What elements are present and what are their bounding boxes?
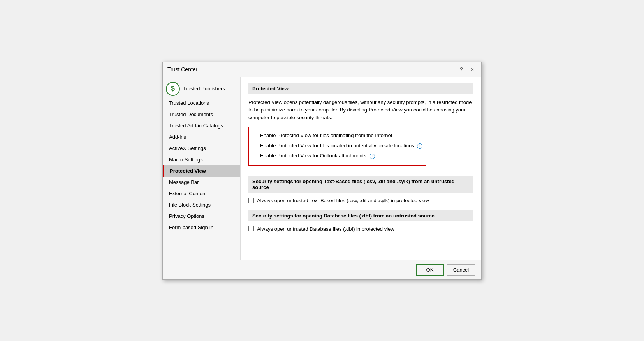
close-button[interactable]: × (468, 65, 477, 74)
title-bar-right: ? × (457, 65, 477, 74)
sidebar-item-trusted-add-in-catalogs[interactable]: Trusted Add-in Catalogs (163, 120, 240, 131)
sidebar-label-activex-settings: ActiveX Settings (169, 145, 206, 151)
sidebar-item-external-content[interactable]: External Content (163, 188, 240, 199)
sidebar-label-trusted-add-in-catalogs: Trusted Add-in Catalogs (169, 123, 223, 129)
sidebar-label-message-bar: Message Bar (169, 179, 199, 185)
info-icon-unsafe-locations[interactable]: i (417, 143, 422, 149)
sidebar-item-protected-view[interactable]: Protected View (163, 165, 240, 177)
checkbox-row-unsafe-locations: Enable Protected View for files located … (252, 142, 422, 149)
info-icon-outlook[interactable]: i (370, 154, 375, 159)
sidebar-item-privacy-options[interactable]: Privacy Options (163, 210, 240, 222)
sidebar-item-form-based-sign-in[interactable]: Form-based Sign-in (163, 222, 240, 233)
ok-button[interactable]: OK (416, 264, 444, 276)
title-bar-left: Trust Center (167, 66, 197, 72)
sidebar-label-add-ins: Add-ins (169, 134, 186, 140)
sidebar-label-trusted-documents: Trusted Documents (169, 111, 213, 117)
checkbox-label-outlook: Enable Protected View for Outlook attach… (260, 152, 375, 159)
section3-header: Security settings for opening Database f… (248, 210, 473, 221)
section1-header: Protected View (248, 83, 473, 94)
checkbox-database[interactable] (248, 226, 254, 231)
checkbox-internet[interactable] (252, 133, 257, 138)
sidebar-item-macro-settings[interactable]: Macro Settings (163, 154, 240, 165)
main-content: Protected View Protected View opens pote… (241, 77, 481, 260)
sidebar-label-privacy-options: Privacy Options (169, 213, 204, 219)
title-bar: Trust Center ? × (163, 62, 481, 77)
sidebar-label-form-based-sign-in: Form-based Sign-in (169, 224, 213, 230)
dialog-body: $ Trusted Publishers Trusted Locations T… (163, 77, 481, 260)
dialog-title: Trust Center (167, 66, 197, 72)
sidebar-label-trusted-publishers: Trusted Publishers (183, 86, 225, 92)
dialog-footer: OK Cancel (163, 260, 481, 279)
checkbox-row-internet: Enable Protected View for files originat… (252, 132, 422, 139)
app-logo: $ (166, 82, 180, 96)
checkbox-row-text-based: Always open untrusted Text-Based files (… (248, 197, 473, 204)
cancel-button[interactable]: Cancel (447, 264, 475, 276)
checkbox-row-database: Always open untrusted Database files (.d… (248, 226, 473, 233)
sidebar: $ Trusted Publishers Trusted Locations T… (163, 77, 241, 260)
sidebar-item-trusted-publishers[interactable]: $ Trusted Publishers (163, 80, 240, 97)
sidebar-label-external-content: External Content (169, 191, 207, 196)
checkbox-unsafe-locations[interactable] (252, 143, 257, 148)
sidebar-label-protected-view: Protected View (170, 168, 206, 174)
trust-center-dialog: Trust Center ? × $ Trusted Publishers Tr… (162, 62, 482, 280)
checkbox-label-text-based: Always open untrusted Text-Based files (… (257, 197, 429, 204)
checkbox-label-unsafe-locations: Enable Protected View for files located … (260, 142, 422, 149)
section1-description: Protected View opens potentially dangero… (248, 99, 473, 122)
sidebar-label-macro-settings: Macro Settings (169, 157, 203, 163)
checkbox-outlook[interactable] (252, 153, 257, 158)
sidebar-item-trusted-locations[interactable]: Trusted Locations (163, 97, 240, 109)
section2-header: Security settings for opening Text-Based… (248, 176, 473, 193)
protected-view-checkboxes-group: Enable Protected View for files originat… (248, 127, 426, 166)
sidebar-label-file-block-settings: File Block Settings (169, 202, 211, 208)
checkbox-row-outlook: Enable Protected View for Outlook attach… (252, 152, 422, 159)
checkbox-text-based[interactable] (248, 198, 254, 203)
sidebar-item-activex-settings[interactable]: ActiveX Settings (163, 143, 240, 154)
sidebar-label-trusted-locations: Trusted Locations (169, 100, 209, 106)
checkbox-label-internet: Enable Protected View for files originat… (260, 132, 392, 139)
sidebar-item-trusted-documents[interactable]: Trusted Documents (163, 109, 240, 120)
checkbox-label-database: Always open untrusted Database files (.d… (257, 226, 394, 233)
help-button[interactable]: ? (457, 65, 466, 74)
sidebar-item-file-block-settings[interactable]: File Block Settings (163, 199, 240, 210)
sidebar-item-message-bar[interactable]: Message Bar (163, 177, 240, 188)
sidebar-item-add-ins[interactable]: Add-ins (163, 131, 240, 143)
